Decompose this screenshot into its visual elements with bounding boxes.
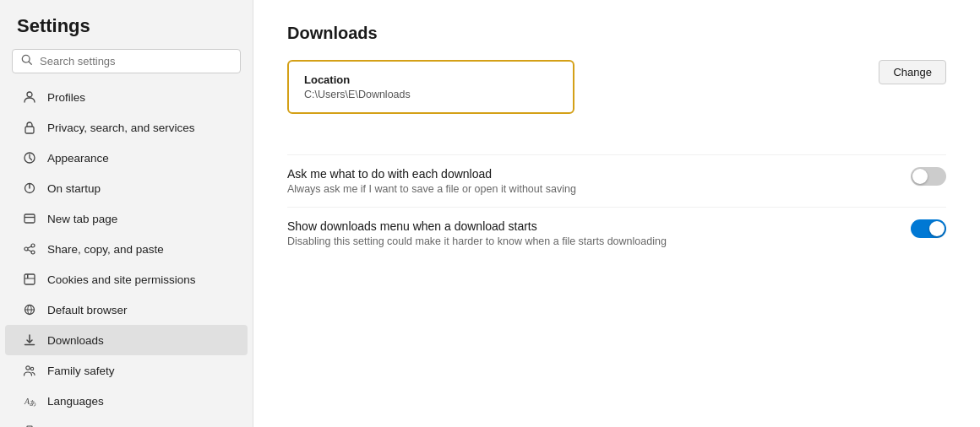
toggle-show-menu-knob bbox=[929, 221, 945, 236]
sidebar: Settings Profiles Privacy, search, and s… bbox=[0, 0, 253, 427]
sidebar-item-languages-label: Languages bbox=[47, 395, 104, 408]
svg-point-11 bbox=[31, 251, 35, 254]
search-box[interactable] bbox=[12, 49, 241, 73]
profiles-icon bbox=[22, 89, 37, 105]
svg-text:あ: あ bbox=[30, 399, 36, 407]
nav-list: Profiles Privacy, search, and services A… bbox=[0, 82, 253, 427]
sidebar-item-profiles-label: Profiles bbox=[47, 91, 85, 104]
search-box-container bbox=[0, 49, 253, 82]
toggle-ask-download[interactable] bbox=[911, 167, 946, 186]
svg-line-1 bbox=[29, 62, 31, 64]
svg-rect-16 bbox=[27, 274, 29, 278]
sidebar-item-default-browser-label: Default browser bbox=[47, 304, 128, 316]
new-tab-icon bbox=[22, 211, 37, 226]
sidebar-item-downloads[interactable]: Downloads bbox=[5, 325, 248, 355]
svg-line-12 bbox=[28, 246, 31, 248]
setting-info-show-menu: Show downloads menu when a download star… bbox=[287, 219, 911, 247]
languages-icon: Aあ bbox=[22, 393, 37, 408]
location-row: Location C:\Users\E\Downloads Change bbox=[287, 60, 946, 134]
svg-point-2 bbox=[27, 92, 32, 97]
downloads-icon bbox=[22, 332, 37, 348]
sidebar-item-default-browser[interactable]: Default browser bbox=[5, 295, 248, 325]
main-content: Downloads Location C:\Users\E\Downloads … bbox=[253, 0, 980, 427]
toggle-ask-download-slider bbox=[911, 167, 946, 186]
setting-title-ask-download: Ask me what to do with each download bbox=[287, 167, 885, 181]
svg-rect-7 bbox=[24, 214, 35, 223]
location-card: Location C:\Users\E\Downloads bbox=[287, 60, 574, 114]
on-startup-icon bbox=[22, 181, 37, 196]
sidebar-item-new-tab[interactable]: New tab page bbox=[5, 203, 248, 234]
change-button[interactable]: Change bbox=[879, 60, 946, 84]
setting-desc-show-menu: Disabling this setting could make it har… bbox=[287, 235, 885, 247]
sidebar-item-downloads-label: Downloads bbox=[47, 334, 104, 347]
cookies-icon bbox=[22, 272, 37, 287]
sidebar-item-cookies-label: Cookies and site permissions bbox=[47, 273, 196, 286]
search-input[interactable] bbox=[40, 55, 231, 68]
toggle-ask-download-knob bbox=[912, 169, 928, 184]
sidebar-item-share-label: Share, copy, and paste bbox=[47, 243, 164, 256]
appearance-icon bbox=[22, 150, 37, 165]
sidebar-title: Settings bbox=[0, 15, 253, 49]
setting-row-ask-download: Ask me what to do with each download Alw… bbox=[287, 154, 946, 207]
sidebar-item-cookies[interactable]: Cookies and site permissions bbox=[5, 264, 248, 295]
sidebar-item-new-tab-label: New tab page bbox=[47, 213, 117, 225]
toggle-show-menu-slider bbox=[911, 219, 946, 238]
svg-rect-3 bbox=[25, 127, 34, 133]
sidebar-item-on-startup-label: On startup bbox=[47, 182, 101, 195]
location-label: Location bbox=[304, 73, 558, 86]
setting-desc-ask-download: Always ask me if I want to save a file o… bbox=[287, 183, 885, 195]
svg-point-10 bbox=[24, 247, 28, 251]
sidebar-item-profiles[interactable]: Profiles bbox=[5, 82, 248, 112]
setting-title-show-menu: Show downloads menu when a download star… bbox=[287, 219, 885, 233]
sidebar-item-family[interactable]: Family safety bbox=[5, 355, 248, 386]
sidebar-item-appearance-label: Appearance bbox=[47, 152, 109, 165]
sidebar-item-printers[interactable]: Printers bbox=[5, 416, 248, 427]
privacy-icon bbox=[22, 120, 37, 135]
svg-point-9 bbox=[31, 244, 35, 247]
sidebar-item-privacy-label: Privacy, search, and services bbox=[47, 122, 195, 134]
svg-rect-14 bbox=[24, 274, 35, 284]
sidebar-item-on-startup[interactable]: On startup bbox=[5, 173, 248, 203]
toggle-show-menu[interactable] bbox=[911, 219, 946, 238]
sidebar-item-appearance[interactable]: Appearance bbox=[5, 143, 248, 173]
family-icon bbox=[22, 363, 37, 378]
svg-line-13 bbox=[28, 250, 31, 251]
printers-icon bbox=[22, 424, 37, 427]
location-path: C:\Users\E\Downloads bbox=[304, 89, 558, 100]
sidebar-item-languages[interactable]: Aあ Languages bbox=[5, 386, 248, 416]
svg-point-22 bbox=[26, 366, 30, 370]
svg-point-23 bbox=[30, 367, 33, 370]
search-icon bbox=[21, 54, 33, 68]
setting-info-ask-download: Ask me what to do with each download Alw… bbox=[287, 167, 911, 195]
sidebar-item-privacy[interactable]: Privacy, search, and services bbox=[5, 112, 248, 143]
share-icon bbox=[22, 241, 37, 257]
sidebar-item-share[interactable]: Share, copy, and paste bbox=[5, 234, 248, 264]
sidebar-item-family-label: Family safety bbox=[47, 365, 115, 377]
default-browser-icon bbox=[22, 302, 37, 317]
setting-row-show-menu: Show downloads menu when a download star… bbox=[287, 207, 946, 259]
page-title: Downloads bbox=[287, 24, 946, 43]
